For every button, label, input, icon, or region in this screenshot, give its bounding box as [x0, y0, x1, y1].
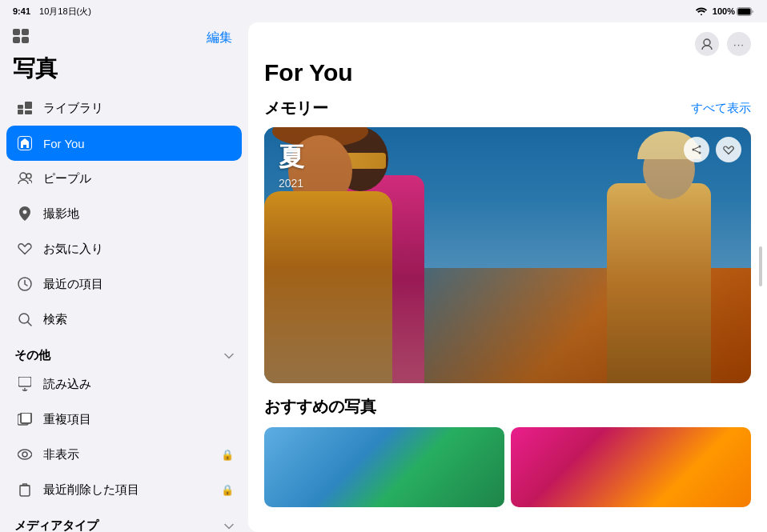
chevron-down-icon [224, 350, 234, 362]
sidebar-item-search[interactable]: 検索 [6, 302, 242, 337]
section-header-other[interactable]: その他 [0, 337, 248, 366]
svg-line-31 [694, 147, 698, 149]
recommended-section: おすすめの写真 [248, 383, 767, 515]
section-title-media-type: メディアタイプ [14, 518, 98, 532]
status-time: 9:41 10月18日(火) [13, 6, 91, 18]
sidebar-item-label: 非表示 [43, 447, 79, 462]
lock-icon: 🔒 [221, 449, 234, 461]
page-title: For You [248, 59, 767, 94]
memory-title: 夏 [279, 140, 304, 175]
svg-rect-16 [18, 377, 31, 386]
svg-rect-4 [22, 29, 29, 35]
for-you-icon [14, 133, 35, 154]
ellipsis-icon: ··· [733, 38, 745, 50]
recommended-thumb-1[interactable] [264, 427, 504, 507]
sidebar-item-label: ピープル [43, 171, 91, 186]
svg-line-15 [27, 322, 31, 326]
sidebar-title: 写真 [0, 50, 248, 90]
profile-button[interactable] [695, 32, 719, 56]
library-icon [14, 98, 35, 118]
svg-rect-22 [20, 486, 30, 496]
memory-share-button[interactable] [684, 137, 709, 162]
more-options-button[interactable]: ··· [727, 32, 751, 56]
svg-point-12 [26, 174, 31, 178]
memories-title: メモリー [264, 98, 328, 119]
status-icons: 100% [695, 6, 754, 17]
section-title-other: その他 [14, 348, 50, 363]
sidebar-item-label: お気に入り [43, 242, 103, 257]
sidebar-item-for-you[interactable]: For You [6, 126, 242, 161]
sidebar-header: 編集 [0, 22, 248, 50]
sidebar-item-label: 重複項目 [43, 412, 91, 427]
svg-point-30 [699, 152, 701, 154]
nav-list-other: 読み込み 重複項目 非 [0, 366, 248, 507]
svg-point-27 [704, 39, 710, 46]
svg-rect-3 [13, 37, 20, 43]
sidebar: 編集 写真 ライブラリ [0, 22, 248, 532]
duplicates-icon [14, 409, 35, 430]
header-icons: ··· [695, 32, 751, 56]
edit-button[interactable]: 編集 [207, 30, 232, 46]
sidebar-item-hidden[interactable]: 非表示 🔒 [6, 437, 242, 472]
sidebar-item-favorites[interactable]: お気に入り [6, 231, 242, 266]
sidebar-item-label: For You [43, 137, 85, 150]
svg-rect-9 [25, 110, 32, 114]
memory-card-overlay [264, 127, 751, 383]
sidebar-item-places[interactable]: 撮影地 [6, 196, 242, 231]
sidebar-item-label: 撮影地 [43, 206, 79, 222]
section-header-media-type[interactable]: メディアタイプ [0, 507, 248, 532]
svg-rect-6 [18, 105, 23, 109]
sidebar-item-duplicates[interactable]: 重複項目 [6, 402, 242, 437]
search-icon [14, 309, 35, 330]
content-header: ··· [248, 22, 767, 59]
sidebar-item-people[interactable]: ピープル [6, 161, 242, 196]
people-icon [14, 168, 35, 189]
sidebar-item-label: 読み込み [43, 377, 91, 392]
svg-point-29 [699, 146, 701, 148]
home-indicator [759, 246, 762, 286]
status-bar: 9:41 10月18日(火) 100% [0, 0, 767, 22]
memory-year: 2021 [279, 177, 304, 190]
lock-icon-2: 🔒 [221, 484, 234, 496]
memory-card[interactable]: 夏 2021 [264, 127, 751, 383]
svg-line-32 [694, 150, 698, 152]
recommended-grid [264, 427, 751, 507]
svg-rect-2 [13, 29, 20, 35]
sidebar-item-label: ライブラリ [43, 101, 103, 116]
svg-point-11 [20, 173, 26, 179]
svg-rect-8 [25, 102, 32, 109]
sidebar-toggle-icon[interactable] [13, 29, 30, 47]
memory-favorite-button[interactable] [716, 137, 741, 162]
hidden-icon [14, 444, 35, 465]
sidebar-item-recents[interactable]: 最近の項目 [6, 266, 242, 302]
trash-icon [14, 479, 35, 500]
svg-rect-1 [738, 8, 751, 14]
sidebar-item-label: 最近削除した項目 [43, 482, 139, 498]
nav-list-main: ライブラリ For You [0, 90, 248, 337]
sidebar-item-recently-deleted[interactable]: 最近削除した項目 🔒 [6, 472, 242, 507]
memory-card-text: 夏 2021 [264, 127, 319, 202]
memories-section-header: メモリー すべて表示 [248, 94, 767, 127]
sidebar-item-library[interactable]: ライブラリ [6, 90, 242, 126]
recommended-thumb-2[interactable] [511, 427, 751, 507]
chevron-down-icon-2 [224, 520, 234, 532]
places-icon [14, 203, 35, 224]
import-icon [14, 374, 35, 394]
see-all-memories-button[interactable]: すべて表示 [691, 101, 751, 116]
sidebar-item-label: 検索 [43, 312, 67, 327]
app-container: 編集 写真 ライブラリ [0, 22, 767, 532]
recents-icon [14, 274, 35, 294]
svg-rect-7 [18, 110, 23, 114]
sidebar-item-label: 最近の項目 [43, 277, 103, 292]
svg-point-28 [693, 149, 695, 151]
wifi-icon [695, 6, 708, 17]
main-content: ··· For You メモリー すべて表示 [248, 22, 767, 532]
battery-icon: 100% [713, 6, 754, 16]
recommended-title: おすすめの写真 [264, 396, 751, 418]
favorites-icon [14, 238, 35, 259]
memory-card-actions [684, 137, 741, 162]
svg-point-21 [22, 452, 27, 457]
svg-rect-5 [22, 37, 29, 43]
sidebar-item-import[interactable]: 読み込み [6, 366, 242, 402]
svg-rect-19 [21, 413, 31, 423]
